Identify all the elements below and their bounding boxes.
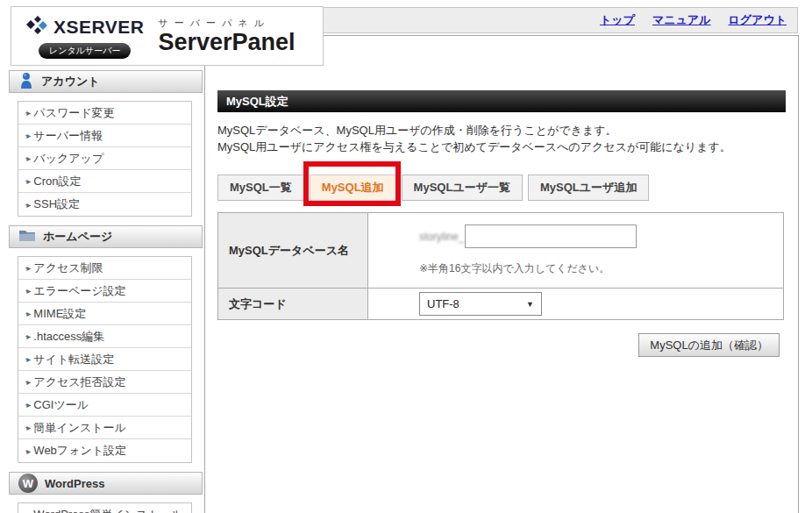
mysql-add-confirm-button[interactable]: MySQLの追加（確認）: [638, 333, 780, 357]
panel-title: ServerPanel: [159, 30, 296, 56]
arrow-bullet-icon: ·▸: [25, 286, 30, 296]
arrow-bullet-icon: ·▸: [25, 131, 30, 140]
brand-name: XSERVER: [53, 17, 145, 38]
tab-mysql-user-list[interactable]: MySQLユーザ一覧: [402, 175, 523, 201]
sidebar-item-cgi-tools[interactable]: ·▸CGIツール: [18, 394, 191, 417]
sidebar-item-wordpress-install[interactable]: ·▸WordPress簡単インストール: [18, 503, 191, 513]
db-name-input[interactable]: [465, 224, 637, 248]
arrow-bullet-icon: ·▸: [25, 446, 30, 456]
arrow-bullet-icon: ·▸: [25, 108, 30, 118]
sidebar: アカウント ·▸パスワード変更 ·▸サーバー情報 ·▸バックアップ ·▸Cron…: [9, 70, 203, 513]
top-link-manual[interactable]: マニュアル: [652, 12, 711, 28]
submit-button-label: MySQLの追加（確認）: [650, 338, 768, 353]
sidebar-item-server-info[interactable]: ·▸サーバー情報: [18, 125, 191, 147]
arrow-bullet-icon: ·▸: [25, 354, 30, 364]
sidebar-list-wordpress: ·▸WordPress簡単インストール: [18, 502, 192, 513]
arrow-bullet-icon: ·▸: [25, 176, 30, 186]
sidebar-item-label: SSH設定: [33, 196, 80, 212]
top-link-logout[interactable]: ログアウト: [728, 12, 787, 28]
charset-label: 文字コード: [218, 289, 368, 319]
sidebar-section-title: WordPress: [45, 477, 104, 490]
description-line-1: MySQLデータベース、MySQL用ユーザの作成・削除を行うことができます。: [217, 122, 731, 139]
sidebar-list-homepage: ·▸アクセス制限 ·▸エラーページ設定 ·▸MIME設定 ·▸.htaccess…: [18, 256, 192, 463]
tab-label: MySQL追加: [322, 180, 384, 196]
xserver-diamonds-icon: [25, 14, 48, 40]
arrow-bullet-icon: ·▸: [25, 423, 30, 432]
sidebar-item-label: Cron設定: [33, 174, 81, 189]
sidebar-list-account: ·▸パスワード変更 ·▸サーバー情報 ·▸バックアップ ·▸Cron設定 ·▸S…: [18, 101, 192, 217]
page-title: MySQL設定: [226, 94, 288, 110]
sidebar-item-label: バックアップ: [33, 151, 103, 167]
tab-mysql-add[interactable]: MySQL追加: [310, 175, 396, 201]
charset-selected-value: UTF-8: [427, 297, 459, 310]
top-nav-strip: トップ マニュアル ログアウト: [323, 7, 798, 33]
db-name-note: ※半角16文字以内で入力してください。: [419, 261, 774, 276]
sidebar-item-label: アクセス制限: [33, 260, 103, 276]
sidebar-item-site-transfer[interactable]: ·▸サイト転送設定: [18, 348, 191, 371]
tab-label: MySQLユーザ一覧: [414, 180, 510, 196]
folder-icon: [18, 228, 36, 246]
rental-server-badge: レンタルサーバー: [39, 43, 131, 59]
sidebar-item-label: パスワード変更: [33, 105, 114, 121]
sidebar-item-label: MIME設定: [33, 306, 86, 322]
sidebar-section-wordpress: W WordPress: [9, 472, 203, 495]
panel-title-block: サーバーパネル ServerPanel: [159, 17, 296, 56]
db-name-prefix-masked: storyline_: [419, 231, 464, 243]
charset-value-cell: UTF-8 ▼: [368, 289, 783, 319]
sidebar-item-easy-install[interactable]: ·▸簡単インストール: [18, 417, 191, 439]
arrow-bullet-icon: ·▸: [25, 309, 30, 318]
arrow-bullet-icon: ·▸: [25, 377, 30, 387]
mysql-add-form: MySQLデータベース名 storyline_ ※半角16文字以内で入力してくだ…: [217, 212, 784, 320]
db-name-label: MySQLデータベース名: [218, 213, 368, 288]
arrow-bullet-icon: ·▸: [25, 400, 30, 410]
sidebar-item-access-deny[interactable]: ·▸アクセス拒否設定: [18, 371, 191, 394]
logo-box: XSERVER レンタルサーバー サーバーパネル ServerPanel: [11, 6, 324, 66]
sidebar-item-error-page[interactable]: ·▸エラーページ設定: [18, 280, 191, 303]
main-content-panel: MySQL設定 MySQLデータベース、MySQL用ユーザの作成・削除を行うこと…: [204, 35, 799, 513]
form-row-db-name: MySQLデータベース名 storyline_ ※半角16文字以内で入力してくだ…: [218, 213, 783, 289]
sidebar-item-web-font[interactable]: ·▸Webフォント設定: [18, 439, 191, 462]
page-title-bar: MySQL設定: [217, 90, 786, 112]
arrow-bullet-icon: ·▸: [25, 331, 30, 341]
sidebar-item-cron[interactable]: ·▸Cron設定: [18, 170, 191, 193]
sidebar-item-label: CGIツール: [33, 397, 89, 413]
sidebar-item-backup[interactable]: ·▸バックアップ: [18, 147, 191, 170]
sidebar-section-title: ホームページ: [43, 229, 112, 245]
arrow-bullet-icon: ·▸: [25, 200, 30, 210]
arrow-bullet-icon: ·▸: [25, 263, 30, 273]
arrow-bullet-icon: ·▸: [25, 510, 30, 513]
form-row-charset: 文字コード UTF-8 ▼: [218, 289, 783, 319]
sidebar-item-password-change[interactable]: ·▸パスワード変更: [18, 102, 191, 125]
db-name-value-cell: storyline_ ※半角16文字以内で入力してください。: [368, 213, 783, 288]
tab-mysql-list[interactable]: MySQL一覧: [217, 175, 304, 201]
sidebar-item-mime[interactable]: ·▸MIME設定: [18, 303, 191, 325]
sidebar-item-htaccess[interactable]: ·▸.htaccess編集: [18, 325, 191, 348]
description-line-2: MySQL用ユーザにアクセス権を与えることで初めてデータベースへのアクセスが可能…: [217, 139, 731, 155]
sidebar-item-label: エラーページ設定: [33, 283, 125, 299]
sidebar-item-label: Webフォント設定: [33, 443, 126, 459]
sidebar-section-homepage: ホームページ: [9, 225, 203, 248]
sidebar-item-label: .htaccess編集: [33, 329, 104, 345]
sidebar-item-ssh[interactable]: ·▸SSH設定: [18, 193, 191, 216]
wordpress-icon: W: [18, 474, 38, 493]
tab-mysql-user-add[interactable]: MySQLユーザ追加: [528, 175, 649, 201]
sidebar-item-label: アクセス拒否設定: [33, 374, 125, 390]
tab-label: MySQLユーザ追加: [540, 180, 637, 196]
mysql-tabs: MySQL一覧 MySQL追加 MySQLユーザ一覧 MySQLユーザ追加: [217, 175, 649, 201]
chevron-down-icon: ▼: [526, 300, 534, 309]
charset-select[interactable]: UTF-8 ▼: [419, 292, 542, 316]
sidebar-section-title: アカウント: [41, 74, 100, 89]
sidebar-section-account: アカウント: [9, 70, 203, 93]
sidebar-item-label: サイト転送設定: [33, 352, 114, 367]
sidebar-item-label: WordPress簡単インストール: [33, 507, 182, 513]
sidebar-item-label: 簡単インストール: [33, 420, 126, 436]
tab-label: MySQL一覧: [230, 180, 292, 196]
sidebar-item-label: サーバー情報: [33, 128, 103, 144]
arrow-bullet-icon: ·▸: [25, 153, 30, 163]
sidebar-item-access-restrict[interactable]: ·▸アクセス制限: [18, 257, 191, 280]
page-description: MySQLデータベース、MySQL用ユーザの作成・削除を行うことができます。 M…: [217, 122, 731, 155]
top-link-home[interactable]: トップ: [600, 12, 635, 28]
brand-block[interactable]: XSERVER レンタルサーバー: [25, 14, 145, 59]
panel-subtitle: サーバーパネル: [159, 17, 296, 30]
user-icon: [18, 72, 34, 92]
